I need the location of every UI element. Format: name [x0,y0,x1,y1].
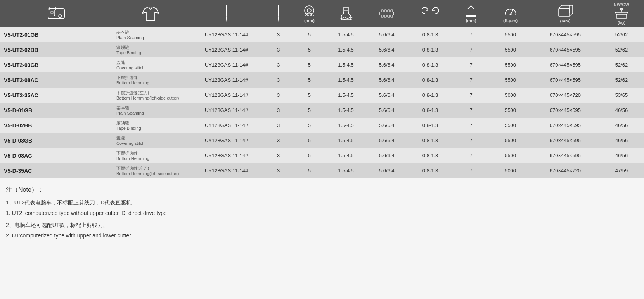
feed-cell: 0.8-1.3 [408,88,453,103]
svg-point-10 [307,9,311,12]
stitch-range-cell: 1.5-4.5 [326,27,365,42]
needle-cell: UY128GAS 11-14# [189,103,265,118]
speed-cell: 5000 [489,163,531,178]
weight-cell: 52/62 [599,57,644,72]
needle-cell: UY128GAS 11-14# [189,57,265,72]
model-cell: V5-UT2-08AC [0,72,113,88]
threads-cell: 7 [453,88,489,103]
needle2-cell: 3 [264,133,292,148]
svg-rect-21 [381,15,383,17]
col-header-dimensions: (mm) [531,0,599,27]
rotation-icon [409,6,451,21]
svg-rect-7 [226,5,227,17]
stitch-cn: 下摆折边缝(左刀) [116,90,187,96]
model-name: V5-UT2-35AC [4,92,111,98]
needle-cell: UY128GAS 11-14# [189,163,265,178]
header-row: (mm) [0,0,644,27]
svg-point-28 [509,14,511,15]
feed-cell: 0.8-1.3 [408,148,453,163]
needle2-icon [266,5,291,22]
table-row: V5-UT2-03GB盖缝Covering stitchUY128GAS 11-… [0,57,644,72]
table-row: V5-D-35AC下摆折边缝(左刀)Bottom Hemming(left-si… [0,163,644,178]
col-header-needle2 [264,0,292,27]
feed-cell: 0.8-1.3 [408,42,453,57]
collar-icon [114,5,187,22]
stitch-cn: 下摆折边缝(左刀) [116,165,187,171]
note-cn: 1、UT2代表电脑车，不标配上剪线刀，D代表直驱机 [6,199,638,207]
svg-rect-23 [388,15,390,17]
stitch-type-cell: 基本缝Plain Seaming [113,27,189,42]
stitch-type-cell: 盖缝Covering stitch [113,133,189,148]
lift-unit: (mm) [466,18,476,23]
stitch-len-cell: 5 [293,42,326,57]
needle2-cell: 3 [264,72,292,88]
stitch-type-cell: 滚领缝Tape Binding [113,42,189,57]
model-name: V5-UT2-03GB [4,62,111,68]
col-header-rotation [408,0,453,27]
foot-width-cell: 5.6/6.4 [365,118,408,133]
stitch-cn: 盖缝 [116,60,187,65]
note-en: 1. UT2: computerized type without upper … [6,209,638,217]
dimensions-cell: 670×445×595 [531,103,599,118]
col-header-lift: (mm) [453,0,489,27]
stitch-en: Bottom Hemming(left-side cutter) [116,96,187,100]
box-icon: (mm) [533,4,597,23]
dimensions-cell: 670×445×595 [531,72,599,88]
model-name: V5-D-08AC [4,153,111,159]
weight-cell: 46/56 [599,133,644,148]
foot-width-cell: 5.6/6.4 [365,133,408,148]
stitch-en: Plain Seaming [116,35,187,40]
threads-cell: 7 [453,57,489,72]
needle-cell: UY128GAS 11-14# [189,42,265,57]
model-name: V5-UT2-01GB [4,32,111,38]
table-row: V5-UT2-08AC下摆折边缝Bottom HemmingUY128GAS 1… [0,72,644,88]
svg-rect-19 [388,10,390,12]
stitch-len-cell: 5 [293,72,326,88]
model-name: V5-D-35AC [4,168,111,174]
speed-cell: 5500 [489,148,531,163]
col-header-speed: (S.p.m) [489,0,531,27]
model-cell: V5-D-08AC [0,148,113,163]
svg-point-4 [59,15,62,18]
model-cell: V5-D-01GB [0,103,113,118]
stitch-range-cell: 1.5-4.5 [326,57,365,72]
speed-cell: 5500 [489,27,531,42]
stitch-type-cell: 下摆折边缝(左刀)Bottom Hemming(left-side cutter… [113,88,189,103]
stitch-en: Bottom Hemming [116,156,187,161]
needle-cell: UY128GAS 11-14# [189,88,265,103]
presser-foot-icon [328,6,364,21]
svg-rect-24 [391,15,393,17]
table-row: V5-UT2-35AC下摆折边缝(左刀)Bottom Hemming(left-… [0,88,644,103]
stitch-en: Covering stitch [116,65,187,70]
needle2-cell: 3 [264,118,292,133]
stitch-type-cell: 基本缝Plain Seaming [113,103,189,118]
needle2-cell: 3 [264,27,292,42]
stitch-range-cell: 1.5-4.5 [326,148,365,163]
stitch-type-cell: 下摆折边缝Bottom Hemming [113,148,189,163]
stitch-type-cell: 下摆折边缝Bottom Hemming [113,72,189,88]
speed-cell: 5500 [489,118,531,133]
notes-title: 注（Note）： [6,186,638,194]
stitch-range-cell: 1.5-4.5 [326,103,365,118]
speed-cell: 5500 [489,133,531,148]
col-header-needle-bar [189,0,265,27]
weight-cell: 53/65 [599,88,644,103]
stitch-range-cell: 1.5-4.5 [326,133,365,148]
sewing-machine-icon [2,5,111,22]
stitch-unit: (mm) [304,18,315,23]
stitch-range-cell: 1.5-4.5 [326,72,365,88]
weight-cell: 46/56 [599,118,644,133]
note-cn: 2、电脑车还可选配UT款，标配上剪线刀。 [6,221,638,229]
col-header-weight: NW/GW (kg) [599,0,644,27]
stitch-len-cell: 5 [293,148,326,163]
dimensions-cell: 670×445×595 [531,148,599,163]
table-row: V5-D-02BB滚领缝Tape BindingUY128GAS 11-14#3… [0,118,644,133]
svg-point-3 [54,15,55,16]
dimensions-cell: 670×445×595 [531,42,599,57]
dimensions-cell: 670×445×595 [531,57,599,72]
stitch-en: Plain Seaming [116,111,187,115]
needle2-cell: 3 [264,88,292,103]
col-header-model [0,0,113,27]
needle-cell: UY128GAS 11-14# [189,133,265,148]
needle-cell: UY128GAS 11-14# [189,27,265,42]
